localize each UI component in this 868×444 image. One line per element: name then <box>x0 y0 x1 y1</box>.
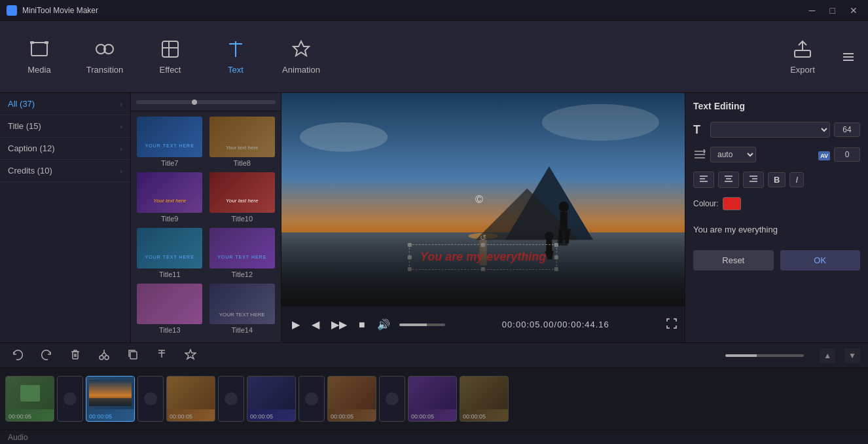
media-button[interactable]: Media <box>7 28 72 86</box>
delete-button[interactable] <box>65 347 85 364</box>
hamburger-menu-button[interactable] <box>835 44 861 70</box>
template-title13-img <box>137 284 202 324</box>
timeline-tracks[interactable]: 00:00:05 <box>0 368 868 430</box>
font-size-display: 64 <box>834 122 860 137</box>
align-center-button[interactable] <box>718 172 739 188</box>
add-effect-icon <box>185 348 196 360</box>
clip-3[interactable]: 00:00:05 <box>86 376 135 422</box>
clip-7[interactable]: 00:00:05 <box>247 376 296 422</box>
clip-11[interactable]: 00:00:05 <box>408 376 457 422</box>
undo-button[interactable] <box>8 347 27 364</box>
copy-button[interactable] <box>123 347 143 364</box>
template-title10[interactable]: Your last here Title10 <box>209 172 276 223</box>
category-title-arrow: › <box>120 122 122 130</box>
clip-12[interactable]: 00:00:05 <box>460 376 509 422</box>
template-title9[interactable]: Your text here Title9 <box>136 172 204 223</box>
svg-point-20 <box>300 122 388 152</box>
effect-button[interactable]: Effect <box>137 28 203 86</box>
delete-icon <box>69 348 81 360</box>
template-title13-label: Title13 <box>159 326 181 334</box>
export-button[interactable]: Export <box>770 28 835 86</box>
fullscreen-icon <box>666 318 677 329</box>
font-family-select[interactable] <box>710 122 830 138</box>
timeline-scroll-up[interactable]: ▲ <box>820 348 835 363</box>
transition-3[interactable] <box>218 376 244 422</box>
stop-button[interactable]: ■ <box>356 316 368 333</box>
thumbnails-panel: YOUR TEXT HERE Title7 Your text here Tit… <box>131 93 281 342</box>
clip-9[interactable]: 00:00:05 <box>327 376 376 422</box>
color-swatch[interactable] <box>723 197 741 210</box>
prev-frame-button[interactable]: ◀ <box>309 316 322 333</box>
next-frame-button[interactable]: ▶▶ <box>329 316 350 333</box>
transition-4[interactable] <box>298 376 325 422</box>
export-label: Export <box>790 65 815 75</box>
minimize-button[interactable]: ─ <box>805 5 820 16</box>
svg-rect-30 <box>558 229 562 243</box>
close-button[interactable]: ✕ <box>846 5 861 16</box>
letter-spacing-display: 0 <box>834 147 860 162</box>
transition-2[interactable] <box>137 376 164 422</box>
clip-1[interactable]: 00:00:05 <box>5 376 54 422</box>
clip-5-time: 00:00:05 <box>170 413 192 420</box>
reset-button[interactable]: Reset <box>693 250 774 270</box>
text-icon <box>225 39 246 60</box>
template-title11[interactable]: YOUR TEXT HERE Title11 <box>136 228 204 278</box>
main-toolbar: Media Transition Effect Text Animation <box>0 21 868 93</box>
svg-rect-47 <box>73 352 78 359</box>
add-text-icon <box>156 348 168 360</box>
category-title[interactable]: Title (15) › <box>0 115 130 138</box>
fullscreen-button[interactable] <box>666 318 677 331</box>
align-right-icon <box>749 174 758 183</box>
template-title7[interactable]: YOUR TEXT HERE Title7 <box>136 117 204 167</box>
add-text-button[interactable] <box>152 347 172 364</box>
app-title: MiniTool Movie Maker <box>22 6 805 15</box>
bold-button[interactable]: B <box>768 172 786 187</box>
preview-scene-svg <box>281 93 685 306</box>
italic-button[interactable]: I <box>789 172 804 187</box>
text-button[interactable]: Text <box>203 28 268 86</box>
media-icon <box>29 39 50 60</box>
category-all[interactable]: All (37) › <box>0 93 130 115</box>
volume-slider[interactable] <box>399 324 445 326</box>
transition-label: Transition <box>86 65 124 75</box>
template-title8[interactable]: Your text here Title8 <box>209 117 276 167</box>
clip-7-time: 00:00:05 <box>250 413 273 420</box>
zoom-slider[interactable] <box>725 354 804 357</box>
menu-icon <box>841 50 856 64</box>
ok-button[interactable]: OK <box>780 250 861 270</box>
transition-1[interactable] <box>57 376 83 422</box>
category-credits[interactable]: Credits (10) › <box>0 160 130 182</box>
transition-5[interactable] <box>379 376 405 422</box>
add-effect-button[interactable] <box>181 347 200 364</box>
align-right-button[interactable] <box>743 172 764 188</box>
svg-point-18 <box>469 233 498 239</box>
clip-5[interactable]: 00:00:05 <box>166 376 215 422</box>
cut-button[interactable] <box>94 347 114 364</box>
template-title13[interactable]: Title13 <box>136 284 204 334</box>
transition-button[interactable]: Transition <box>72 28 137 86</box>
align-left-button[interactable] <box>693 172 714 188</box>
svg-rect-31 <box>566 229 570 243</box>
timeline-toolbar: ▲ ▼ <box>0 343 868 368</box>
svg-point-50 <box>99 356 103 360</box>
svg-rect-1 <box>30 41 34 44</box>
template-title14[interactable]: YOUR TEXT HERE Title14 <box>209 284 276 334</box>
volume-button[interactable]: 🔊 <box>374 316 393 333</box>
category-caption[interactable]: Caption (12) › <box>0 138 130 160</box>
template-title12-label: Title12 <box>231 270 253 278</box>
transition-icon <box>94 39 115 60</box>
preview-area: © ↺ You are my everything <box>281 93 685 342</box>
restore-button[interactable]: □ <box>826 5 839 16</box>
app-icon <box>7 5 17 16</box>
redo-button[interactable] <box>37 347 56 364</box>
animation-button[interactable]: Animation <box>268 28 334 86</box>
template-title12[interactable]: YOUR TEXT HERE Title12 <box>209 228 276 278</box>
timeline-scroll-down[interactable]: ▼ <box>844 348 860 363</box>
text-overlay-container[interactable]: ↺ You are my everything <box>409 244 557 270</box>
svg-rect-19 <box>479 236 486 266</box>
copy-icon <box>127 348 139 360</box>
thumbnails-scroll[interactable]: YOUR TEXT HERE Title7 Your text here Tit… <box>131 111 281 342</box>
line-spacing-select[interactable]: auto <box>710 147 756 162</box>
undo-icon <box>12 348 24 360</box>
play-button[interactable]: ▶ <box>289 316 302 333</box>
